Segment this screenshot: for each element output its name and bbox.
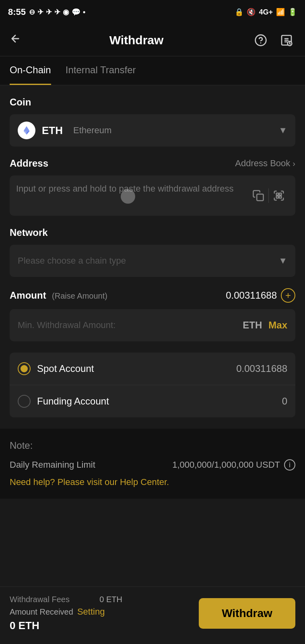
raise-amount-label: (Raise Amount) bbox=[52, 291, 107, 300]
funding-account-name: Funding Account bbox=[37, 396, 109, 407]
spot-account-left: Spot Account bbox=[18, 362, 94, 375]
note-label: Note: bbox=[10, 440, 295, 451]
funding-account-balance: 0 bbox=[282, 396, 287, 407]
amount-right-group: ETH Max bbox=[243, 320, 287, 331]
fees-label: Withdrawal Fees bbox=[10, 595, 70, 604]
header-actions bbox=[252, 31, 295, 49]
received-value: 0 ETH bbox=[10, 619, 122, 632]
address-label: Address bbox=[10, 158, 48, 169]
svg-rect-6 bbox=[279, 193, 281, 195]
main-content: Coin ETH Ethereum ▼ Address Address Book… bbox=[0, 85, 305, 571]
network-placeholder: Please choose a chain type bbox=[18, 256, 126, 266]
coin-symbol: ETH bbox=[42, 124, 63, 137]
svg-rect-4 bbox=[257, 194, 263, 200]
tab-bar: On-Chain Internal Transfer bbox=[0, 56, 305, 85]
amount-label: Amount bbox=[10, 290, 46, 301]
coin-name: Ethereum bbox=[73, 125, 111, 136]
amount-label-group: Amount (Raise Amount) bbox=[10, 290, 107, 301]
funding-account-row[interactable]: Funding Account 0 bbox=[10, 385, 295, 417]
fees-row: Withdrawal Fees 0 ETH bbox=[10, 595, 122, 604]
daily-limit-info-icon[interactable]: i bbox=[284, 459, 295, 471]
coin-label: Coin bbox=[10, 97, 295, 108]
eth-icon bbox=[18, 122, 35, 139]
funding-account-radio[interactable] bbox=[18, 395, 31, 408]
max-button[interactable]: Max bbox=[268, 320, 287, 331]
spot-account-balance: 0.00311688 bbox=[236, 363, 287, 374]
spot-account-row[interactable]: Spot Account 0.00311688 bbox=[10, 353, 295, 385]
help-link[interactable]: Need help? Please visit our Help Center. bbox=[10, 477, 295, 487]
address-action-buttons bbox=[248, 186, 289, 206]
received-label: Amount Received bbox=[10, 607, 73, 617]
bottom-info: Withdrawal Fees 0 ETH Amount Received Se… bbox=[10, 595, 122, 632]
status-bar: 8:55 ⊖ ✈ ✈ ✈ ◉ 💬 • 🔒 🔇 4G+ 📶 🔋 bbox=[0, 0, 305, 24]
note-section: Note: Daily Remaining Limit 1,000,000/1,… bbox=[0, 429, 305, 499]
address-section-header: Address Address Book › bbox=[0, 147, 305, 175]
coin-section: Coin ETH Ethereum ▼ bbox=[0, 85, 305, 147]
status-system-icons: 🔒 🔇 4G+ 📶 🔋 bbox=[235, 8, 297, 17]
svg-rect-5 bbox=[276, 193, 278, 195]
balance-value: 0.00311688 bbox=[226, 290, 277, 301]
scan-button[interactable] bbox=[269, 186, 289, 206]
coin-selector[interactable]: ETH Ethereum ▼ bbox=[10, 114, 295, 147]
spot-account-radio[interactable] bbox=[18, 362, 31, 375]
svg-rect-8 bbox=[279, 196, 281, 198]
address-book-link[interactable]: Address Book › bbox=[235, 158, 295, 169]
back-button[interactable] bbox=[10, 33, 21, 47]
address-input[interactable] bbox=[16, 184, 243, 208]
paste-button[interactable] bbox=[248, 186, 268, 206]
setting-link[interactable]: Setting bbox=[77, 607, 105, 617]
daily-limit-value-group: 1,000,000/1,000,000 USDT i bbox=[172, 459, 295, 471]
received-row: Amount Received Setting bbox=[10, 607, 122, 617]
network-section: Network Please choose a chain type ▼ bbox=[0, 216, 305, 277]
svg-rect-7 bbox=[276, 196, 278, 198]
address-book-text: Address Book bbox=[235, 158, 290, 169]
bottom-bar: Withdrawal Fees 0 ETH Amount Received Se… bbox=[0, 586, 305, 644]
history-button[interactable] bbox=[278, 31, 295, 49]
coin-info: ETH Ethereum bbox=[18, 122, 111, 139]
account-section: Spot Account 0.00311688 Funding Account … bbox=[10, 353, 295, 417]
amount-input-container[interactable]: Min. Withdrawal Amount: ETH Max bbox=[10, 309, 295, 341]
amount-header: Amount (Raise Amount) 0.00311688 + bbox=[10, 288, 295, 303]
daily-limit-label: Daily Remaining Limit bbox=[10, 460, 95, 470]
address-book-arrow-icon: › bbox=[293, 159, 295, 168]
add-amount-button[interactable]: + bbox=[281, 288, 295, 303]
bottom-spacer bbox=[0, 499, 305, 571]
amount-balance-group: 0.00311688 + bbox=[226, 288, 295, 303]
status-notification-icons: ⊖ ✈ ✈ ✈ ◉ 💬 • bbox=[29, 8, 85, 17]
address-input-container bbox=[10, 175, 295, 216]
tab-internal-transfer[interactable]: Internal Transfer bbox=[66, 56, 136, 85]
daily-limit-row: Daily Remaining Limit 1,000,000/1,000,00… bbox=[10, 459, 295, 471]
network-dropdown-arrow: ▼ bbox=[278, 256, 287, 266]
header: Withdraw bbox=[0, 24, 305, 56]
page-title: Withdraw bbox=[109, 33, 164, 47]
tab-on-chain[interactable]: On-Chain bbox=[10, 56, 51, 85]
withdraw-button[interactable]: Withdraw bbox=[199, 598, 295, 629]
spot-account-name: Spot Account bbox=[37, 363, 94, 374]
status-time: 8:55 ⊖ ✈ ✈ ✈ ◉ 💬 • bbox=[8, 7, 85, 17]
fees-value: 0 ETH bbox=[99, 595, 122, 604]
daily-limit-value: 1,000,000/1,000,000 USDT bbox=[172, 460, 280, 470]
funding-account-left: Funding Account bbox=[18, 395, 109, 408]
currency-label: ETH bbox=[243, 320, 262, 331]
network-label: Network bbox=[10, 227, 295, 238]
amount-placeholder: Min. Withdrawal Amount: bbox=[18, 320, 115, 330]
coin-dropdown-arrow: ▼ bbox=[278, 125, 287, 136]
amount-section: Amount (Raise Amount) 0.00311688 + Min. … bbox=[0, 277, 305, 341]
help-button[interactable] bbox=[252, 31, 270, 49]
network-selector[interactable]: Please choose a chain type ▼ bbox=[10, 245, 295, 277]
